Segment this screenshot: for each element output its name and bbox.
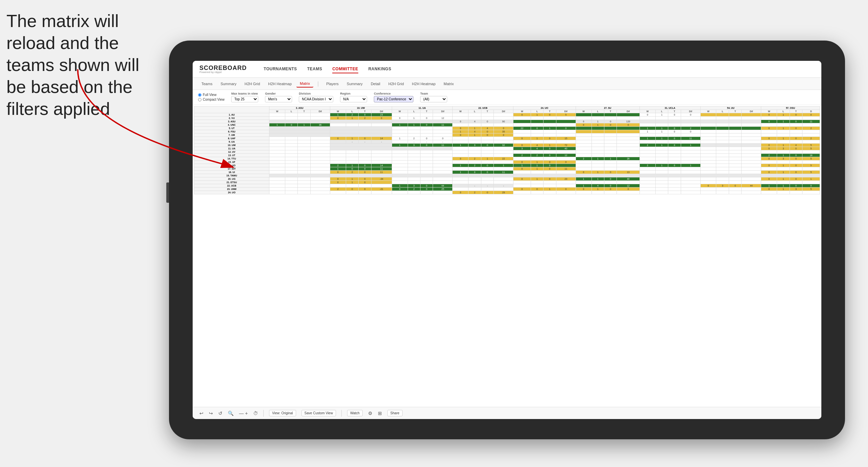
tab-matrix[interactable]: Matrix xyxy=(296,80,313,88)
matrix-cell xyxy=(285,117,297,120)
matrix-cell xyxy=(604,140,617,144)
settings-icon[interactable]: ⚙ xyxy=(368,411,372,416)
tab-h2h-grid[interactable]: H2H Grid xyxy=(241,80,263,87)
matrix-cell xyxy=(576,133,592,137)
matrix-cell xyxy=(668,147,681,150)
matrix-cell xyxy=(531,181,543,184)
matrix-cell: 1 xyxy=(346,164,358,167)
matrix-scroll-area[interactable]: 3. ASU 10. UW 11. UA 22. UCB 24. UO 27. … xyxy=(193,105,821,407)
tab-players-summary[interactable]: Summary xyxy=(343,80,366,87)
region-select[interactable]: N/A xyxy=(340,96,367,102)
nav-tournaments[interactable]: TOURNAMENTS xyxy=(264,65,297,73)
matrix-cell: 0 xyxy=(700,184,716,188)
compact-view-radio[interactable] xyxy=(198,98,201,101)
matrix-cell: 0 xyxy=(468,171,481,174)
matrix-cell: - xyxy=(346,140,358,144)
matrix-cell: 1 xyxy=(544,188,556,191)
matrix-cell: 2 xyxy=(513,154,531,157)
nav-teams[interactable]: TEAMS xyxy=(307,65,322,73)
division-select[interactable]: NCAA Division I xyxy=(299,96,333,102)
timer-icon[interactable]: ⏱ xyxy=(253,411,258,416)
matrix-cell: 1 xyxy=(655,164,668,167)
tab-h2h-heatmap[interactable]: H2H Heatmap xyxy=(265,80,295,87)
conference-filter: Conference Pac-12 Conference xyxy=(374,92,413,102)
tab-players[interactable]: Players xyxy=(323,80,342,87)
matrix-cell: 0 xyxy=(761,120,777,123)
matrix-cell: 3 xyxy=(790,188,802,191)
tab-summary[interactable]: Summary xyxy=(217,80,240,87)
row-header-6fsu: 6. FSU xyxy=(194,130,269,133)
matrix-cell xyxy=(269,133,330,137)
matrix-cell: 0 xyxy=(761,127,777,130)
matrix-cell xyxy=(310,177,330,181)
matrix-cell xyxy=(392,181,408,184)
matrix-cell xyxy=(655,181,668,184)
matrix-cell xyxy=(729,181,741,184)
conference-label: Conference xyxy=(374,92,413,95)
matrix-cell xyxy=(298,188,310,191)
matrix-cell xyxy=(716,167,729,171)
matrix-cell xyxy=(576,191,592,194)
matrix-cell: 0 xyxy=(359,113,371,117)
matrix-cell xyxy=(700,147,716,150)
matrix-cell xyxy=(700,174,761,177)
tab-players-h2h-heatmap[interactable]: H2H Heatmap xyxy=(409,80,439,87)
matrix-cell xyxy=(330,150,346,154)
matrix-cell xyxy=(310,144,330,147)
matrix-cell: 0 xyxy=(513,188,531,191)
matrix-cell: 1 xyxy=(655,130,668,133)
matrix-cell xyxy=(556,120,576,123)
share-button[interactable]: Share xyxy=(387,410,403,416)
matrix-cell: 1 xyxy=(592,157,604,161)
redo-icon[interactable]: ↪ xyxy=(209,411,213,416)
matrix-cell xyxy=(433,157,453,161)
watch-button[interactable]: Watch xyxy=(347,410,363,416)
matrix-cell xyxy=(330,123,346,127)
nav-rankings[interactable]: RANKINGS xyxy=(368,65,391,73)
zoom-out-icon[interactable]: 🔍 xyxy=(228,411,234,416)
col-ucb: 22. UCB xyxy=(453,106,513,110)
matrix-cell xyxy=(761,174,820,177)
matrix-cell xyxy=(453,147,468,150)
matrix-cell: 0 xyxy=(604,171,617,174)
matrix-cell xyxy=(802,117,820,120)
matrix-cell: 1 xyxy=(494,164,513,167)
tab-players-detail[interactable]: Detail xyxy=(367,80,384,87)
tab-players-matrix[interactable]: Matrix xyxy=(440,80,457,87)
matrix-cell xyxy=(330,157,346,161)
team-select[interactable]: (All) xyxy=(420,96,447,102)
undo-icon[interactable]: ↩ xyxy=(199,411,203,416)
refresh-icon[interactable]: ↺ xyxy=(218,411,222,416)
matrix-cell: 0 xyxy=(617,188,640,191)
full-view-radio[interactable] xyxy=(198,93,201,97)
matrix-cell xyxy=(269,191,285,194)
grid-icon[interactable]: ⊞ xyxy=(378,411,382,416)
matrix-cell xyxy=(681,157,700,161)
matrix-cell: 23 xyxy=(556,177,576,181)
tab-players-h2h-grid[interactable]: H2H Grid xyxy=(385,80,407,87)
matrix-cell xyxy=(513,117,531,120)
matrix-cell xyxy=(544,130,556,133)
matrix-cell: 0 xyxy=(790,137,802,140)
matrix-cell xyxy=(420,167,433,171)
matrix-cell xyxy=(617,117,640,120)
matrix-cell: 1 xyxy=(640,130,655,133)
save-custom-view-button[interactable]: Save Custom View xyxy=(302,410,336,416)
matrix-cell: 0 xyxy=(681,113,700,117)
nav-committee[interactable]: COMMITTEE xyxy=(332,65,358,73)
matrix-cell xyxy=(330,174,392,177)
matrix-cell: 1 xyxy=(777,184,790,188)
matrix-cell xyxy=(802,191,820,194)
matrix-cell xyxy=(640,161,655,164)
tab-teams[interactable]: Teams xyxy=(198,80,216,87)
conference-select[interactable]: Pac-12 Conference xyxy=(374,96,413,102)
matrix-cell xyxy=(468,188,481,191)
view-original-button[interactable]: View: Original xyxy=(269,410,296,416)
matrix-cell xyxy=(640,150,655,154)
matrix-cell xyxy=(576,181,592,184)
gender-select[interactable]: Men's xyxy=(265,96,292,102)
matrix-cell xyxy=(742,127,761,130)
zoom-controls[interactable]: — + xyxy=(239,411,248,416)
max-teams-select[interactable]: Top 25 xyxy=(231,96,258,102)
matrix-cell xyxy=(285,137,297,140)
